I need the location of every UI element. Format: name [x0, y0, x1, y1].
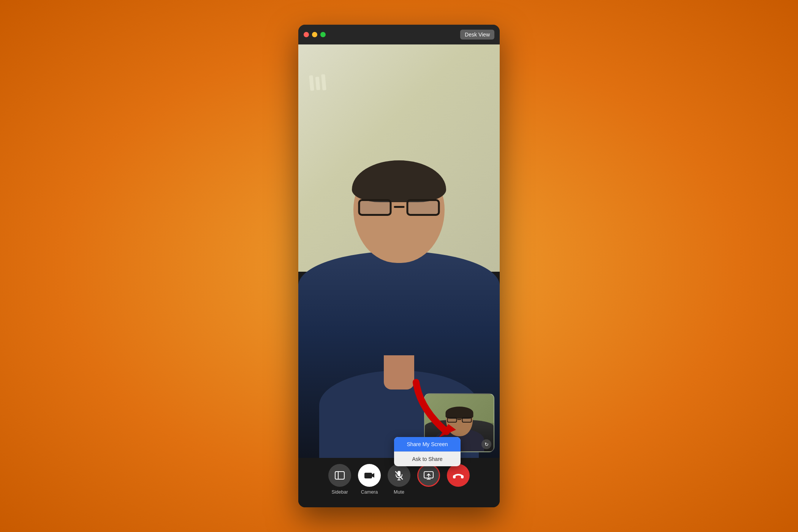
ask-to-share-option[interactable]: Ask to Share: [394, 451, 461, 466]
end-call-button-circle[interactable]: [447, 464, 470, 487]
share-screen-button[interactable]: [417, 464, 440, 487]
sidebar-button[interactable]: Sidebar: [328, 464, 351, 495]
person-glasses: [358, 199, 440, 217]
left-lens: [358, 199, 392, 216]
sidebar-label: Sidebar: [331, 489, 348, 495]
mute-button[interactable]: Mute: [388, 464, 410, 495]
minimize-button[interactable]: [312, 32, 317, 37]
close-button[interactable]: [304, 32, 309, 37]
camera-label: Camera: [361, 489, 378, 495]
self-glasses: [447, 417, 472, 423]
facetime-window: Desk View: [298, 25, 500, 507]
sidebar-icon: [335, 471, 345, 480]
svg-marker-4: [372, 473, 374, 478]
share-screen-icon: [424, 471, 434, 480]
mute-icon: [395, 470, 403, 480]
share-screen-button-circle[interactable]: [417, 464, 440, 487]
svg-rect-13: [453, 475, 456, 478]
person-head: [353, 160, 445, 263]
self-person-head: [446, 407, 473, 436]
glasses-bridge: [394, 206, 404, 208]
camera-icon: [364, 471, 375, 480]
mute-label: Mute: [394, 489, 404, 495]
svg-rect-3: [364, 473, 372, 478]
maximize-button[interactable]: [320, 32, 326, 37]
end-call-icon: [453, 472, 464, 479]
end-call-button[interactable]: [447, 464, 470, 487]
traffic-lights: [304, 32, 326, 37]
camera-button-circle[interactable]: [358, 464, 381, 487]
title-bar: Desk View: [298, 25, 500, 44]
person-neck: [384, 355, 414, 390]
sidebar-button-circle[interactable]: [328, 464, 351, 487]
camera-button[interactable]: Camera: [358, 464, 381, 495]
share-screen-menu: Share My Screen Ask to Share: [394, 437, 461, 466]
share-my-screen-option[interactable]: Share My Screen: [394, 437, 461, 451]
right-lens: [407, 199, 440, 216]
svg-rect-1: [335, 472, 344, 479]
mute-button-circle[interactable]: [388, 464, 410, 487]
self-view-refresh-button[interactable]: ↻: [481, 439, 491, 449]
room-lights: [309, 74, 326, 92]
svg-rect-14: [461, 475, 464, 478]
desk-view-button[interactable]: Desk View: [460, 30, 494, 40]
